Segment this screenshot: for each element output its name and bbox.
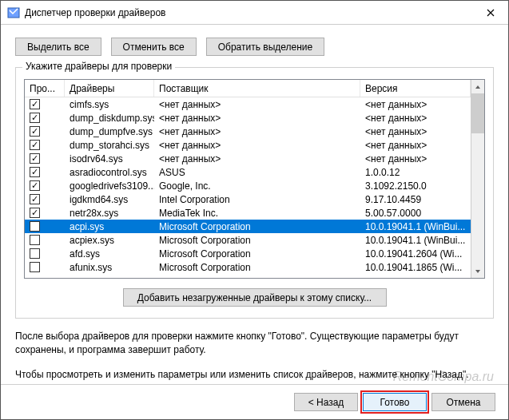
cell-vendor: <нет данных> [154, 111, 360, 125]
cell-driver: dump_storahci.sys [65, 138, 154, 152]
table-row[interactable]: igdkmd64.sysIntel Corporation9.17.10.445… [25, 192, 471, 206]
row-checkbox[interactable] [30, 99, 40, 109]
scroll-track[interactable] [471, 93, 484, 264]
cell-driver: igdkmd64.sys [65, 192, 154, 206]
cancel-button[interactable]: Отмена [431, 393, 495, 411]
row-checkbox[interactable] [30, 248, 40, 259]
row-checkbox[interactable] [30, 208, 40, 218]
table-row[interactable]: dump_dumpfve.sys<нет данных><нет данных> [25, 125, 471, 138]
content-area: Выделить все Отменить все Обратить выдел… [1, 25, 508, 389]
wizard-footer: < Назад Готово Отмена [1, 384, 508, 419]
cell-driver: acpi.sys [65, 220, 154, 233]
row-checkbox[interactable] [30, 180, 40, 191]
cell-driver: netr28x.sys [65, 206, 154, 220]
cell-version: <нет данных> [360, 97, 471, 111]
cell-driver: asradiocontrol.sys [65, 165, 154, 179]
table-row[interactable]: acpiex.sysMicrosoft Corporation10.0.1904… [25, 233, 471, 247]
cell-version: 3.1092.2150.0 [360, 179, 471, 192]
cell-vendor: <нет данных> [154, 152, 360, 165]
window-title: Диспетчер проверки драйверов [25, 7, 472, 18]
table-row[interactable]: dump_diskdump.sys<нет данных><нет данных… [25, 111, 471, 125]
row-checkbox[interactable] [30, 235, 40, 245]
row-checkbox[interactable] [30, 126, 40, 137]
cell-version: 10.0.19041.1865 (Wi... [360, 260, 471, 274]
invert-selection-button[interactable]: Обратить выделение [206, 38, 325, 56]
column-header-driver[interactable]: Драйверы [65, 80, 154, 97]
row-checkbox[interactable] [30, 194, 40, 204]
cell-version: <нет данных> [360, 152, 471, 165]
cell-driver: isodrv64.sys [65, 152, 154, 165]
cell-vendor: ASUS [154, 165, 360, 179]
cell-driver: dump_diskdump.sys [65, 111, 154, 125]
cell-vendor: Microsoft Corporation [154, 247, 360, 260]
scroll-up-arrow[interactable] [471, 80, 484, 93]
cell-version: <нет данных> [360, 138, 471, 152]
column-header-vendor[interactable]: Поставщик [154, 80, 360, 97]
cell-driver: googledrivefs3109... [65, 179, 154, 192]
table-row[interactable]: isodrv64.sys<нет данных><нет данных> [25, 152, 471, 165]
cell-driver: acpiex.sys [65, 233, 154, 247]
cell-vendor: <нет данных> [154, 125, 360, 138]
row-checkbox[interactable] [30, 153, 40, 164]
cell-version: 9.17.10.4459 [360, 192, 471, 206]
cell-version: <нет данных> [360, 125, 471, 138]
cell-version: <нет данных> [360, 111, 471, 125]
table-row[interactable]: acpi.sysMicrosoft Corporation10.0.19041.… [25, 220, 471, 233]
cell-version: 10.0.19041.1 (WinBui... [360, 220, 471, 233]
cell-version: 10.0.19041.1 (WinBui... [360, 233, 471, 247]
table-row[interactable]: dump_storahci.sys<нет данных><нет данных… [25, 138, 471, 152]
cell-driver: afunix.sys [65, 260, 154, 274]
info-text-1: После выбора драйверов для проверки нажм… [15, 330, 494, 357]
column-header-checked[interactable]: Про... [25, 80, 65, 97]
row-checkbox[interactable] [30, 221, 40, 232]
table-row[interactable]: afunix.sysMicrosoft Corporation10.0.1904… [25, 260, 471, 274]
cell-vendor: Intel Corporation [154, 192, 360, 206]
row-checkbox[interactable] [30, 262, 40, 272]
cell-vendor: Google, Inc. [154, 179, 360, 192]
drivers-table: Про... Драйверы Поставщик Версия cimfs.s… [24, 79, 485, 279]
row-checkbox[interactable] [30, 140, 40, 150]
table-row[interactable]: asradiocontrol.sysASUS1.0.0.12 [25, 165, 471, 179]
titlebar: Диспетчер проверки драйверов [1, 1, 508, 25]
cell-vendor: Microsoft Corporation [154, 220, 360, 233]
row-checkbox[interactable] [30, 113, 40, 123]
cell-version: 1.0.0.12 [360, 165, 471, 179]
cell-driver: afd.sys [65, 247, 154, 260]
table-row[interactable]: cimfs.sys<нет данных><нет данных> [25, 97, 471, 111]
table-header: Про... Драйверы Поставщик Версия [25, 80, 471, 97]
top-button-bar: Выделить все Отменить все Обратить выдел… [15, 38, 494, 56]
back-button[interactable]: < Назад [294, 393, 358, 411]
close-button[interactable] [472, 1, 508, 25]
app-icon [7, 6, 20, 19]
vertical-scrollbar[interactable] [471, 80, 484, 278]
cell-driver: cimfs.sys [65, 97, 154, 111]
table-row[interactable]: googledrivefs3109...Google, Inc.3.1092.2… [25, 179, 471, 192]
cell-version: 5.00.57.0000 [360, 206, 471, 220]
finish-button[interactable]: Готово [363, 393, 427, 411]
cell-vendor: MediaTek Inc. [154, 206, 360, 220]
deselect-all-button[interactable]: Отменить все [111, 38, 197, 56]
table-row[interactable]: afd.sysMicrosoft Corporation10.0.19041.2… [25, 247, 471, 260]
cell-vendor: <нет данных> [154, 97, 360, 111]
table-row[interactable]: netr28x.sysMediaTek Inc.5.00.57.0000 [25, 206, 471, 220]
select-all-button[interactable]: Выделить все [15, 38, 101, 56]
column-header-version[interactable]: Версия [360, 80, 471, 97]
drivers-group: Укажите драйверы для проверки Про... Дра… [15, 67, 494, 319]
add-unloaded-drivers-button[interactable]: Добавить незагруженные драйверы к этому … [123, 288, 387, 307]
cell-vendor: <нет данных> [154, 138, 360, 152]
info-text-2: Чтобы просмотреть и изменить параметры и… [15, 368, 494, 382]
group-label: Укажите драйверы для проверки [22, 61, 175, 72]
scroll-thumb[interactable] [471, 93, 484, 133]
scroll-down-arrow[interactable] [471, 264, 484, 278]
cell-vendor: Microsoft Corporation [154, 260, 360, 274]
cell-vendor: Microsoft Corporation [154, 233, 360, 247]
cell-driver: dump_dumpfve.sys [65, 125, 154, 138]
cell-version: 10.0.19041.2604 (Wi... [360, 247, 471, 260]
row-checkbox[interactable] [30, 167, 40, 177]
